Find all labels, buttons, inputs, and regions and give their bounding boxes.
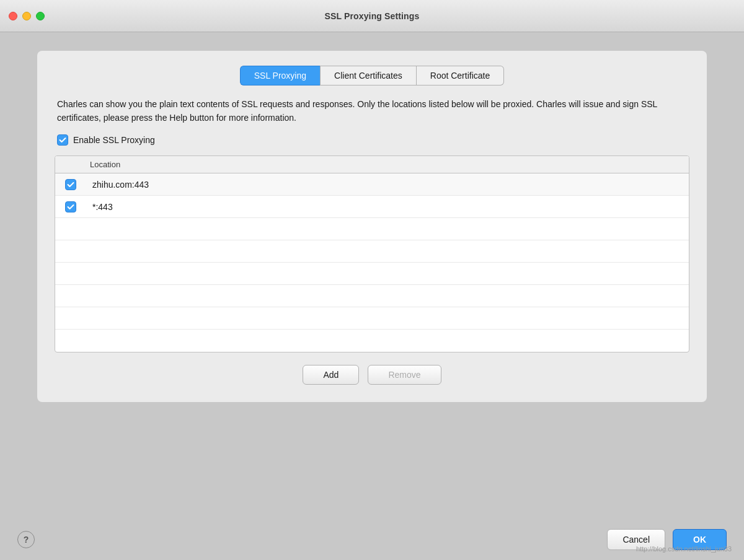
empty-row: [55, 218, 689, 240]
titlebar: SSL Proxying Settings: [0, 0, 744, 32]
row2-location-cell: *:443: [86, 198, 689, 216]
watermark-text: http://blog.csdn.net/linshi_jun33: [636, 545, 732, 553]
dialog: SSL Proxying Client Certificates Root Ce…: [37, 51, 707, 402]
row2-checkbox-cell[interactable]: [55, 198, 86, 216]
row1-checkbox-cell[interactable]: [55, 175, 86, 194]
row2-checkbox[interactable]: [65, 201, 76, 212]
row1-location-cell: zhihu.com:443: [86, 176, 689, 193]
row2-checkmark-icon: [67, 203, 74, 211]
minimize-button[interactable]: [22, 12, 31, 20]
table-row[interactable]: zhihu.com:443: [55, 173, 689, 196]
empty-row: [55, 307, 689, 330]
tab-client-certificates[interactable]: Client Certificates: [320, 66, 417, 85]
tab-bar: SSL Proxying Client Certificates Root Ce…: [55, 66, 689, 85]
remove-button[interactable]: Remove: [368, 365, 441, 385]
close-button[interactable]: [9, 12, 17, 20]
checkmark-icon: [59, 136, 66, 144]
tab-ssl-proxying[interactable]: SSL Proxying: [240, 66, 320, 85]
window-title: SSL Proxying Settings: [325, 11, 420, 21]
traffic-lights: [9, 12, 45, 20]
enable-ssl-proxying-checkbox[interactable]: [57, 134, 68, 146]
row1-checkbox[interactable]: [65, 179, 76, 190]
table-row[interactable]: *:443: [55, 196, 689, 218]
row1-checkmark-icon: [67, 181, 74, 188]
maximize-button[interactable]: [36, 12, 45, 20]
enable-ssl-proxying-label: Enable SSL Proxying: [73, 135, 155, 145]
add-remove-buttons: Add Remove: [55, 365, 689, 385]
table-location-header: Location: [84, 156, 689, 173]
description-text: Charles can show you the plain text cont…: [55, 98, 689, 125]
empty-row: [55, 263, 689, 285]
locations-table: Location zhihu.com:443: [55, 155, 689, 352]
bottom-bar: ? Cancel OK: [0, 519, 744, 560]
empty-row: [55, 240, 689, 263]
enable-ssl-proxying-row: Enable SSL Proxying: [55, 134, 689, 146]
empty-row: [55, 330, 689, 352]
add-button[interactable]: Add: [303, 365, 359, 385]
tab-root-certificate[interactable]: Root Certificate: [417, 66, 504, 85]
help-button[interactable]: ?: [17, 531, 35, 548]
empty-row: [55, 285, 689, 307]
table-header: Location: [55, 156, 689, 173]
